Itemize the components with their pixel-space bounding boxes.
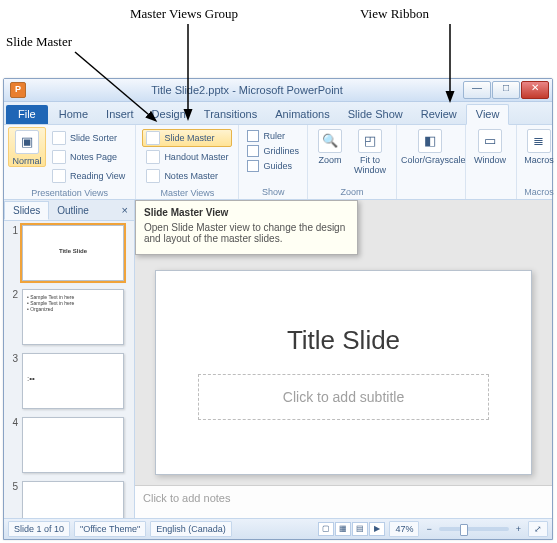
status-language[interactable]: English (Canada): [150, 521, 232, 537]
reading-view-label: Reading View: [70, 171, 125, 181]
group-master-views: Slide Master Handout Master Notes Master…: [136, 125, 239, 199]
notes-page-icon: [52, 150, 66, 164]
ribbon-tabs: File Home Insert Design Transitions Anim…: [4, 102, 552, 125]
notes-master-button[interactable]: Notes Master: [142, 167, 232, 185]
normal-icon: ▣: [15, 130, 39, 154]
thumb-tab-close[interactable]: ×: [116, 203, 134, 218]
group-label-zoom: Zoom: [312, 186, 392, 199]
workspace: Slides Outline × 1 Title Slide 2 • Sampl…: [4, 200, 552, 518]
fit-to-window-button[interactable]: ◰ Fit to Window: [348, 127, 392, 175]
tab-review[interactable]: Review: [412, 105, 466, 124]
color-grayscale-button[interactable]: ◧ Color/Grayscale: [401, 127, 459, 165]
window-icon: ▭: [478, 129, 502, 153]
close-button[interactable]: ✕: [521, 81, 549, 99]
notes-master-icon: [146, 169, 160, 183]
window-title: Title Slide2.pptx - Microsoft PowerPoint: [32, 84, 462, 96]
tab-view[interactable]: View: [466, 104, 510, 125]
thumb-tab-slides[interactable]: Slides: [4, 201, 49, 220]
window-button[interactable]: ▭ Window: [470, 127, 510, 165]
ruler-checkbox[interactable]: Ruler: [245, 129, 301, 143]
zoom-button[interactable]: 🔍 Zoom: [312, 127, 348, 165]
status-zoom-value[interactable]: 47%: [389, 521, 419, 537]
group-zoom: 🔍 Zoom ◰ Fit to Window Zoom: [308, 125, 397, 199]
notes-page-button[interactable]: Notes Page: [48, 148, 129, 166]
checkbox-icon: [247, 145, 259, 157]
color-grayscale-label: Color/Grayscale: [401, 155, 466, 165]
thumb-tab-outline[interactable]: Outline: [49, 202, 97, 219]
notes-pane[interactable]: Click to add notes: [135, 485, 552, 518]
maximize-button[interactable]: □: [492, 81, 520, 99]
group-label-macros: Macros: [521, 186, 557, 199]
normal-label: Normal: [12, 156, 41, 166]
callout-view-ribbon: View Ribbon: [360, 6, 429, 22]
tooltip-title: Slide Master View: [144, 207, 349, 218]
view-normal-icon[interactable]: ▢: [318, 522, 334, 536]
handout-master-label: Handout Master: [164, 152, 228, 162]
ribbon: ▣ Normal Slide Sorter Notes Page Reading…: [4, 125, 552, 200]
reading-view-button[interactable]: Reading View: [48, 167, 129, 185]
window-label: Window: [474, 155, 506, 165]
slide-master-label: Slide Master: [164, 133, 214, 143]
thumbnail-3[interactable]: 3 :••: [8, 353, 130, 409]
view-shortcut-icons: ▢ ▦ ▤ ▶: [318, 522, 385, 536]
group-show: Ruler Gridlines Guides Show: [239, 125, 308, 199]
zoom-out-button[interactable]: −: [423, 524, 434, 534]
callout-master-views-group: Master Views Group: [130, 6, 238, 22]
zoom-label: Zoom: [318, 155, 341, 165]
tab-insert[interactable]: Insert: [97, 105, 143, 124]
slide-master-icon: [146, 131, 160, 145]
status-theme: "Office Theme": [74, 521, 146, 537]
normal-button[interactable]: ▣ Normal: [8, 127, 46, 167]
zoom-slider[interactable]: [439, 527, 509, 531]
tab-file[interactable]: File: [6, 105, 48, 124]
macros-label: Macros: [524, 155, 554, 165]
zoom-icon: 🔍: [318, 129, 342, 153]
macros-icon: ≣: [527, 129, 551, 153]
slide-sorter-label: Slide Sorter: [70, 133, 117, 143]
slide-sorter-button[interactable]: Slide Sorter: [48, 129, 129, 147]
tab-transitions[interactable]: Transitions: [195, 105, 266, 124]
slide-canvas[interactable]: Title Slide Click to add subtitle: [155, 270, 532, 475]
slide-subtitle-placeholder[interactable]: Click to add subtitle: [198, 374, 490, 420]
tab-design[interactable]: Design: [143, 105, 195, 124]
tooltip-slide-master: Slide Master View Open Slide Master view…: [135, 200, 358, 255]
app-window: P Title Slide2.pptx - Microsoft PowerPoi…: [3, 78, 553, 540]
thumbnail-1[interactable]: 1 Title Slide: [8, 225, 130, 281]
tooltip-body: Open Slide Master view to change the des…: [144, 222, 349, 244]
reading-view-icon: [52, 169, 66, 183]
macros-button[interactable]: ≣ Macros: [521, 127, 557, 165]
thumbnail-2[interactable]: 2 • Sample Text in here • Sample Text in…: [8, 289, 130, 345]
status-slide-count: Slide 1 of 10: [8, 521, 70, 537]
view-slideshow-icon[interactable]: ▶: [369, 522, 385, 536]
status-bar: Slide 1 of 10 "Office Theme" English (Ca…: [4, 518, 552, 539]
tab-slide-show[interactable]: Slide Show: [339, 105, 412, 124]
group-color-grayscale: ◧ Color/Grayscale: [397, 125, 466, 199]
handout-master-button[interactable]: Handout Master: [142, 148, 232, 166]
thumbnail-5[interactable]: 5: [8, 481, 130, 518]
fit-slide-button[interactable]: ⤢: [528, 521, 548, 537]
notes-master-label: Notes Master: [164, 171, 218, 181]
zoom-in-button[interactable]: +: [513, 524, 524, 534]
thumbnail-4[interactable]: 4: [8, 417, 130, 473]
app-icon: P: [10, 82, 26, 98]
thumbnail-list[interactable]: 1 Title Slide 2 • Sample Text in here • …: [4, 221, 134, 518]
notes-page-label: Notes Page: [70, 152, 117, 162]
slide-title[interactable]: Title Slide: [287, 325, 400, 356]
view-reading-icon[interactable]: ▤: [352, 522, 368, 536]
tab-home[interactable]: Home: [50, 105, 97, 124]
color-grayscale-icon: ◧: [418, 129, 442, 153]
group-label-presentation-views: Presentation Views: [8, 187, 131, 200]
view-sorter-icon[interactable]: ▦: [335, 522, 351, 536]
slide-sorter-icon: [52, 131, 66, 145]
slide-master-button[interactable]: Slide Master: [142, 129, 232, 147]
handout-master-icon: [146, 150, 160, 164]
gridlines-checkbox[interactable]: Gridlines: [245, 144, 301, 158]
thumbnail-pane: Slides Outline × 1 Title Slide 2 • Sampl…: [4, 200, 135, 518]
checkbox-icon: [247, 130, 259, 142]
tab-animations[interactable]: Animations: [266, 105, 338, 124]
checkbox-icon: [247, 160, 259, 172]
fit-to-window-label: Fit to Window: [354, 155, 386, 175]
titlebar: P Title Slide2.pptx - Microsoft PowerPoi…: [4, 79, 552, 102]
guides-checkbox[interactable]: Guides: [245, 159, 301, 173]
minimize-button[interactable]: —: [463, 81, 491, 99]
